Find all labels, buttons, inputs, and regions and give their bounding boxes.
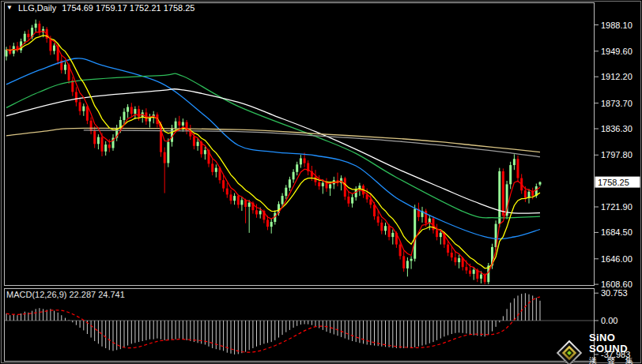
svg-text:1988.10: 1988.10 [601,21,633,30]
svg-text:1912.20: 1912.20 [601,72,633,81]
logo-brand-text: SiNO SOUND [589,332,642,355]
ohlc-values: 1754.69 1759.17 1752.21 1758.25 [62,3,194,13]
price-axis[interactable]: 1988.101949.601912.201873.701836.301797.… [595,21,633,290]
svg-text:1797.80: 1797.80 [601,150,633,159]
macd-layer [5,293,594,355]
svg-text:1684.50: 1684.50 [601,227,633,237]
symbol-label: LLG,Daily [18,3,56,13]
svg-text:1646.00: 1646.00 [601,254,633,264]
ma-overlays-layer [6,32,540,276]
svg-text:1758.25: 1758.25 [598,178,629,187]
broker-logo: SiNO SOUND 漢 聲 集 團 [555,332,642,364]
chart-window: 1988.101949.601912.201873.701836.301797.… [0,0,642,364]
pane-borders [2,2,641,363]
ma-blue [6,58,540,239]
symbol-dropdown-icon[interactable]: ▼ [6,4,13,12]
svg-text:1836.30: 1836.30 [601,124,633,133]
svg-text:30.753: 30.753 [601,288,628,298]
macd-signal-line [6,297,540,352]
svg-text:0.00: 0.00 [601,316,617,325]
ma-red [6,32,540,276]
ma-tan [6,128,540,152]
current-price-tag: 1758.25 [595,177,640,188]
logo-brand-text-cn: 漢 聲 集 團 [589,356,642,364]
svg-text:1873.70: 1873.70 [601,99,633,108]
svg-text:1949.60: 1949.60 [601,47,633,56]
ma-gray [84,130,540,157]
chart-title: ▼ LLG,Daily 1754.69 1759.17 1752.21 1758… [6,3,194,13]
indicator-label: MACD(12,26,9) 22.287 24.741 [6,290,125,299]
svg-text:1721.90: 1721.90 [601,202,633,212]
chart-canvas[interactable]: 1988.101949.601912.201873.701836.301797.… [0,0,642,364]
sino-sound-diamond-icon [555,339,583,364]
